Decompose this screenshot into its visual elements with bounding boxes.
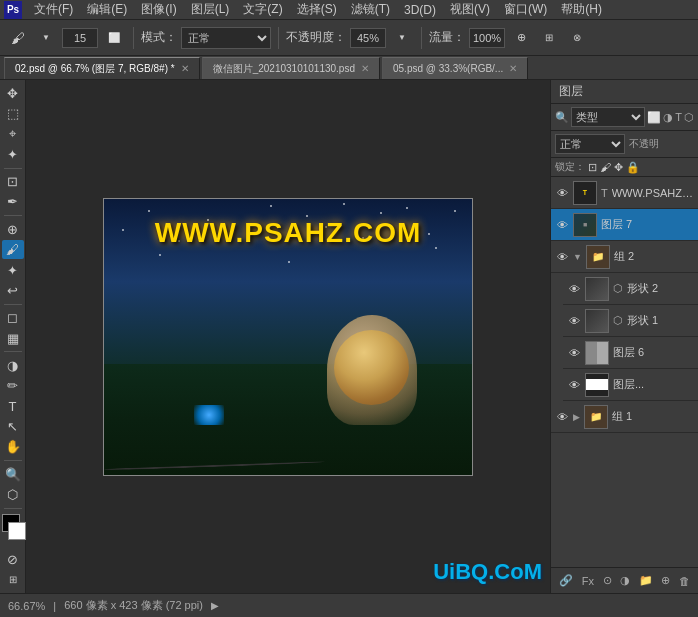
hand-tool[interactable]: ✋ <box>2 438 24 456</box>
opacity-input[interactable] <box>350 28 386 48</box>
airbrush-icon[interactable]: ⊕ <box>509 26 533 50</box>
mode-select[interactable]: 正常 溶解 正片叠底 <box>181 27 271 49</box>
background-color[interactable] <box>8 522 26 540</box>
menu-select[interactable]: 选择(S) <box>291 0 343 20</box>
layer-item-group1[interactable]: 👁 ▶ 📁 组 1 <box>551 401 698 433</box>
custom-shape-tool[interactable]: ⬡ <box>2 485 24 503</box>
menu-file[interactable]: 文件(F) <box>28 0 79 20</box>
eyedropper-tool[interactable]: ✒ <box>2 193 24 211</box>
tool-separator-6 <box>4 508 22 509</box>
layer-item-text[interactable]: 👁 T T WWW.PSAHZ.C... <box>551 177 698 209</box>
lock-position-icon[interactable]: ✥ <box>614 161 623 174</box>
lock-pixel-icon[interactable]: 🖌 <box>600 161 611 173</box>
layer-item-shape1[interactable]: 👁 ⬡ 形状 1 <box>563 305 698 337</box>
zoom-tool[interactable]: 🔍 <box>2 465 24 483</box>
magic-wand-tool[interactable]: ✦ <box>2 145 24 163</box>
layer-eye-extra[interactable]: 👁 <box>567 378 581 392</box>
crop-tool[interactable]: ⊡ <box>2 172 24 190</box>
menu-filter[interactable]: 滤镜(T) <box>345 0 396 20</box>
status-separator: | <box>53 600 56 612</box>
tab-05psd[interactable]: 05.psd @ 33.3%(RGB/... ✕ <box>382 57 528 79</box>
clone-tool[interactable]: ✦ <box>2 261 24 279</box>
history-brush-tool[interactable]: ↩ <box>2 281 24 299</box>
layer-mode-select[interactable]: 正常 溶解 正片叠底 <box>555 134 625 154</box>
lock-all-icon[interactable]: 🔒 <box>626 161 640 174</box>
tab-close-wechat[interactable]: ✕ <box>361 63 369 74</box>
screen-mode-btn[interactable]: ⊞ <box>2 571 24 589</box>
brush-picker-icon[interactable]: ⬜ <box>102 26 126 50</box>
toolbar-separator-3 <box>421 27 422 49</box>
menu-window[interactable]: 窗口(W) <box>498 0 553 20</box>
layer-eye-6[interactable]: 👁 <box>567 346 581 360</box>
layer-eye-text[interactable]: 👁 <box>555 186 569 200</box>
menu-help[interactable]: 帮助(H) <box>555 0 608 20</box>
layer-icon-adjust[interactable]: ◑ <box>663 111 673 124</box>
layer-item-extra[interactable]: 👁 图层... <box>563 369 698 401</box>
lock-transparent-icon[interactable]: ⊡ <box>588 161 597 174</box>
layer-icon-shape[interactable]: ⬡ <box>684 111 694 124</box>
group2-arrow-icon[interactable]: ▼ <box>573 252 582 262</box>
layers-panel: 图层 🔍 类型 ⬜ ◑ T ⬡ 正常 溶解 正片叠底 不透明 锁定： ⊡ 🖌 <box>550 80 698 593</box>
status-zoom: 66.67% <box>8 600 45 612</box>
opacity-arrow-icon[interactable]: ▼ <box>390 26 414 50</box>
menu-edit[interactable]: 编辑(E) <box>81 0 133 20</box>
spot-heal-tool[interactable]: ⊕ <box>2 220 24 238</box>
layer-item-group2[interactable]: 👁 ▼ 📁 组 2 <box>551 241 698 273</box>
brush-tool-icon[interactable]: 🖌 <box>6 26 30 50</box>
tabbar: 02.psd @ 66.7% (图层 7, RGB/8#) * ✕ 微信图片_2… <box>0 56 698 80</box>
layer-icon-text[interactable]: T <box>675 111 682 123</box>
layer-eye-group1[interactable]: 👁 <box>555 410 569 424</box>
move-tool[interactable]: ✥ <box>2 84 24 102</box>
layer-mask-icon[interactable]: ⊙ <box>603 574 612 587</box>
tool-separator-3 <box>4 304 22 305</box>
status-arrow-icon[interactable]: ▶ <box>211 600 219 611</box>
layer-add-icon[interactable]: ⊕ <box>661 574 670 587</box>
menu-view[interactable]: 视图(V) <box>444 0 496 20</box>
dodge-tool[interactable]: ◑ <box>2 356 24 374</box>
layer-name-group2: 组 2 <box>614 249 694 264</box>
layer-eye-shape2[interactable]: 👁 <box>567 282 581 296</box>
layers-type-select[interactable]: 类型 <box>571 107 645 127</box>
layer-effect-icon[interactable]: Fx <box>582 575 594 587</box>
tab-wechat[interactable]: 微信图片_20210310101130.psd ✕ <box>202 57 380 79</box>
tab-close-02psd[interactable]: ✕ <box>181 63 189 74</box>
menu-image[interactable]: 图像(I) <box>135 0 182 20</box>
quick-mask-tool[interactable]: ⊘ <box>2 550 24 568</box>
brush-arrow-icon[interactable]: ▼ <box>34 26 58 50</box>
layer-item-shape2[interactable]: 👁 ⬡ 形状 2 <box>563 273 698 305</box>
layer-item-6[interactable]: 👁 图层 6 <box>563 337 698 369</box>
menu-layer[interactable]: 图层(L) <box>185 0 236 20</box>
brush-tool[interactable]: 🖌 <box>2 240 24 258</box>
marquee-tool[interactable]: ⬚ <box>2 104 24 122</box>
layer-eye-shape1[interactable]: 👁 <box>567 314 581 328</box>
layer-thumb-group1: 📁 <box>584 405 608 429</box>
layer-adjustment-icon[interactable]: ◑ <box>620 574 630 587</box>
flow-input[interactable] <box>469 28 505 48</box>
layer-link-icon[interactable]: 🔗 <box>559 574 573 587</box>
menu-text[interactable]: 文字(Z) <box>237 0 288 20</box>
text-tool[interactable]: T <box>2 397 24 415</box>
eraser-tool[interactable]: ◻ <box>2 308 24 326</box>
group1-arrow-icon[interactable]: ▶ <box>573 412 580 422</box>
layer-eye-group2[interactable]: 👁 <box>555 250 569 264</box>
layer-delete-icon[interactable]: 🗑 <box>679 575 690 587</box>
layer-eye-7[interactable]: 👁 <box>555 218 569 232</box>
layer-panel-actions: 🔗 Fx ⊙ ◑ 📁 ⊕ 🗑 <box>551 567 698 593</box>
tab-02psd[interactable]: 02.psd @ 66.7% (图层 7, RGB/8#) * ✕ <box>4 57 200 79</box>
menu-3d[interactable]: 3D(D) <box>398 1 442 19</box>
tab-close-05psd[interactable]: ✕ <box>509 63 517 74</box>
path-select-tool[interactable]: ↖ <box>2 417 24 435</box>
layer-icon-pixel[interactable]: ⬜ <box>647 111 661 124</box>
layer-group-icon[interactable]: 📁 <box>639 574 653 587</box>
layer-item-7[interactable]: 👁 ■ 图层 7 <box>551 209 698 241</box>
pen-tool[interactable]: ✏ <box>2 376 24 394</box>
layer-name-extra: 图层... <box>613 377 694 392</box>
lasso-tool[interactable]: ⌖ <box>2 125 24 143</box>
brush-size-input[interactable] <box>62 28 98 48</box>
canvas-image[interactable]: WWW.PSAHZ.COM <box>103 198 473 476</box>
pressure-icon[interactable]: ⊗ <box>565 26 589 50</box>
gradient-tool[interactable]: ▦ <box>2 329 24 347</box>
shape2-type-icon: ⬡ <box>613 282 623 295</box>
align-icon[interactable]: ⊞ <box>537 26 561 50</box>
tool-separator-2 <box>4 215 22 216</box>
